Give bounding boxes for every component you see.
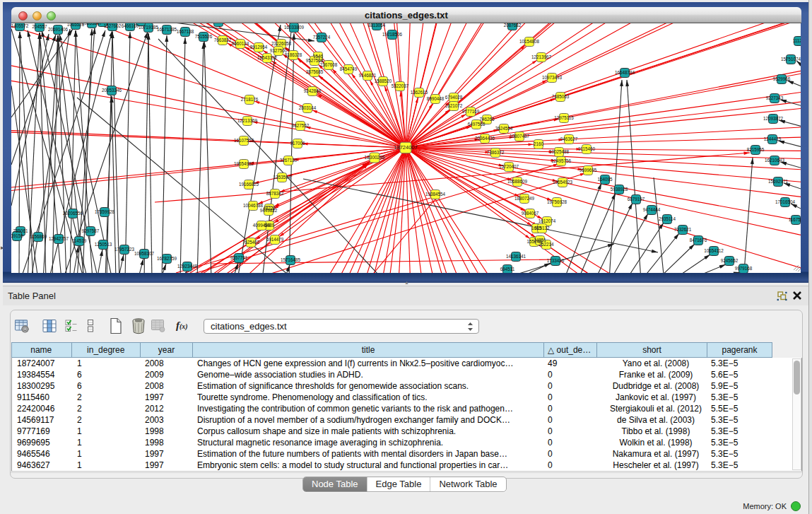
svg-text:15720407: 15720407 bbox=[499, 164, 519, 169]
svg-text:12975115: 12975115 bbox=[554, 115, 574, 120]
svg-text:16671385: 16671385 bbox=[157, 27, 177, 32]
svg-text:19654982: 19654982 bbox=[234, 161, 254, 166]
svg-text:16210643: 16210643 bbox=[765, 158, 785, 163]
svg-text:20206556: 20206556 bbox=[63, 211, 83, 216]
svg-text:3875685: 3875685 bbox=[306, 69, 324, 74]
svg-text:10046788: 10046788 bbox=[243, 203, 264, 208]
svg-text:5322037: 5322037 bbox=[392, 83, 409, 88]
svg-text:252214: 252214 bbox=[539, 242, 554, 247]
svg-text:9084067: 9084067 bbox=[522, 211, 539, 216]
svg-text:6879197: 6879197 bbox=[628, 197, 645, 201]
svg-text:1362615: 1362615 bbox=[411, 90, 428, 95]
svg-text:7663822: 7663822 bbox=[214, 37, 232, 42]
svg-text:915132: 915132 bbox=[534, 226, 550, 230]
svg-text:16648784: 16648784 bbox=[615, 70, 635, 75]
svg-text:2087682: 2087682 bbox=[504, 23, 522, 28]
svg-text:12093872: 12093872 bbox=[763, 116, 784, 121]
svg-text:995161: 995161 bbox=[95, 23, 110, 24]
svg-text:8454749: 8454749 bbox=[340, 66, 358, 71]
svg-text:9777169: 9777169 bbox=[462, 109, 480, 114]
svg-text:19166825: 19166825 bbox=[239, 182, 259, 187]
svg-text:16543392: 16543392 bbox=[257, 55, 278, 60]
svg-text:164095: 164095 bbox=[597, 177, 613, 182]
svg-text:10958107: 10958107 bbox=[134, 251, 155, 256]
svg-text:15692971: 15692971 bbox=[768, 179, 789, 184]
svg-text:15751074: 15751074 bbox=[781, 57, 801, 62]
svg-text:19654923: 19654923 bbox=[553, 180, 573, 185]
svg-text:10154808: 10154808 bbox=[519, 39, 540, 44]
svg-text:7485063: 7485063 bbox=[552, 94, 570, 99]
svg-text:746266: 746266 bbox=[479, 117, 495, 122]
svg-text:694511: 694511 bbox=[500, 267, 515, 271]
svg-text:9979168: 9979168 bbox=[735, 266, 753, 271]
svg-text:39159: 39159 bbox=[11, 233, 23, 238]
svg-text:1353594: 1353594 bbox=[273, 175, 291, 180]
svg-text:114519: 114519 bbox=[72, 238, 87, 243]
svg-text:12942757: 12942757 bbox=[49, 236, 69, 241]
svg-text:19384554: 19384554 bbox=[425, 192, 446, 197]
svg-text:7625402: 7625402 bbox=[242, 240, 260, 245]
svg-text:6466160: 6466160 bbox=[122, 23, 139, 28]
svg-text:9427552: 9427552 bbox=[292, 123, 310, 128]
svg-text:9699695: 9699695 bbox=[579, 168, 597, 173]
svg-text:2718176: 2718176 bbox=[241, 97, 259, 102]
svg-text:1244415: 1244415 bbox=[764, 136, 782, 141]
svg-text:917006: 917006 bbox=[290, 141, 305, 146]
svg-text:1667138: 1667138 bbox=[177, 29, 194, 34]
svg-text:7386372: 7386372 bbox=[487, 150, 505, 155]
svg-text:18807249: 18807249 bbox=[514, 196, 535, 201]
svg-text:1612074: 1612074 bbox=[539, 218, 556, 223]
svg-text:8813054: 8813054 bbox=[368, 23, 386, 28]
svg-text:6497568: 6497568 bbox=[468, 122, 486, 127]
svg-text:75155: 75155 bbox=[212, 23, 225, 24]
svg-text:20053346: 20053346 bbox=[102, 88, 122, 93]
svg-text:10807487: 10807487 bbox=[510, 134, 530, 139]
svg-text:19218506: 19218506 bbox=[382, 32, 403, 37]
svg-text:8660124: 8660124 bbox=[232, 41, 249, 46]
svg-text:2935114: 2935114 bbox=[659, 216, 676, 221]
svg-text:2160: 2160 bbox=[534, 141, 544, 146]
svg-text:15716485: 15716485 bbox=[281, 257, 301, 262]
svg-text:7515526: 7515526 bbox=[195, 34, 213, 39]
svg-text:204557: 204557 bbox=[32, 24, 47, 29]
svg-text:6794028: 6794028 bbox=[445, 95, 463, 100]
svg-text:1527602: 1527602 bbox=[104, 23, 122, 28]
svg-text:10025488: 10025488 bbox=[549, 149, 570, 154]
svg-text:116753: 116753 bbox=[789, 217, 801, 222]
svg-text:1588520: 1588520 bbox=[375, 78, 392, 83]
svg-text:12213369: 12213369 bbox=[237, 118, 258, 123]
svg-text:10654112: 10654112 bbox=[704, 248, 724, 253]
svg-text:9115460: 9115460 bbox=[578, 146, 596, 151]
svg-text:7032621: 7032621 bbox=[674, 227, 692, 232]
svg-text:9227343: 9227343 bbox=[766, 95, 784, 100]
svg-text:4099489: 4099489 bbox=[253, 223, 271, 228]
svg-text:16782759: 16782759 bbox=[157, 256, 177, 261]
svg-text:17016504: 17016504 bbox=[775, 199, 796, 204]
svg-text:7357224: 7357224 bbox=[313, 35, 331, 40]
svg-text:8912954: 8912954 bbox=[250, 45, 268, 49]
svg-text:16107552: 16107552 bbox=[234, 138, 254, 143]
svg-text:20691406: 20691406 bbox=[48, 27, 69, 32]
svg-text:17957223: 17957223 bbox=[114, 247, 135, 252]
svg-text:9657791: 9657791 bbox=[230, 255, 248, 260]
svg-text:14136141: 14136141 bbox=[506, 254, 526, 259]
svg-text:12495756: 12495756 bbox=[551, 158, 572, 163]
svg-text:9463627: 9463627 bbox=[560, 136, 578, 141]
svg-text:16033809: 16033809 bbox=[284, 25, 305, 30]
svg-text:9449822: 9449822 bbox=[260, 208, 278, 213]
svg-text:2803144: 2803144 bbox=[299, 105, 317, 110]
svg-text:18724007: 18724007 bbox=[394, 144, 417, 151]
svg-text:17359928: 17359928 bbox=[95, 209, 115, 214]
svg-text:10973493: 10973493 bbox=[542, 75, 563, 80]
svg-text:1733426: 1733426 bbox=[547, 258, 565, 263]
svg-text:12923448: 12923448 bbox=[177, 264, 198, 269]
svg-text:9146821: 9146821 bbox=[359, 73, 377, 78]
svg-text:19756928: 19756928 bbox=[547, 199, 567, 204]
svg-text:8186328: 8186328 bbox=[285, 52, 302, 57]
svg-text:1250513: 1250513 bbox=[95, 242, 112, 247]
svg-text:23226058: 23226058 bbox=[271, 41, 292, 46]
svg-text:8878342: 8878342 bbox=[266, 191, 284, 196]
svg-text:10719185: 10719185 bbox=[139, 25, 159, 30]
svg-text:12213967: 12213967 bbox=[531, 54, 552, 59]
svg-text:9297587: 9297587 bbox=[82, 228, 100, 233]
